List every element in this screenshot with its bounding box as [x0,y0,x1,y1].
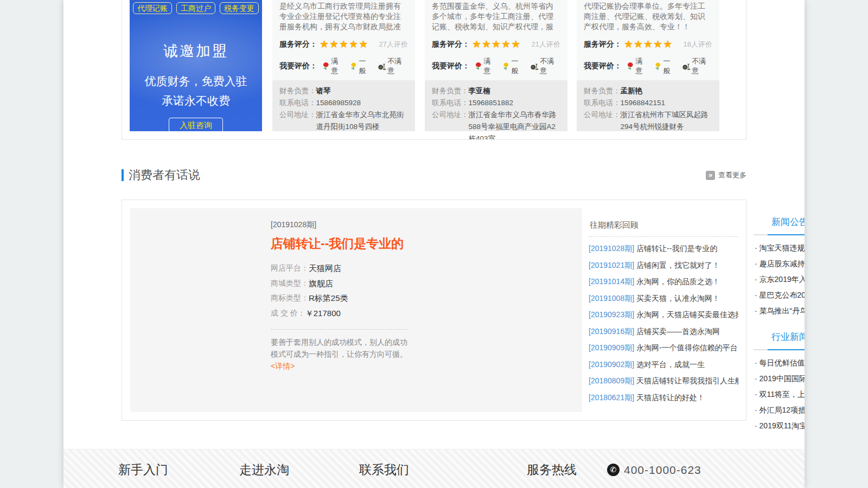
list-item[interactable]: [20180621期]天猫店转让的好处！ [589,389,738,406]
field-label: 网店平台： [271,261,309,276]
snail-icon [530,62,539,70]
promo-tag-transfer: 工商过户 [176,2,215,14]
list-item[interactable]: 淘宝天猫违规被扣分后有哪些影响？ [755,240,805,256]
agency-contact: 财务负责：孟新艳 联系电话：15968842151 公司地址：浙江省杭州市下城区… [577,80,719,131]
list-item[interactable]: [20191014期]永淘网，你的品质之选！ [589,273,738,290]
snail-icon [378,62,386,70]
agency-contact: 财务负责：诸琴 联系电话：15868985928 公司地址：浙江省金华市义乌市北… [272,80,415,131]
list-item[interactable]: 趣店股东减持手中的股份 [755,256,805,272]
agency-card: 是经义乌市工商行政管理局注册拥有专业企业注册登记代理资格的专业注册服务机构，拥有… [272,0,415,131]
tulip-icon [654,62,662,70]
double-chevron-icon: » [706,171,715,180]
review-count: 21人评价 [532,40,560,49]
tulip-icon [502,62,510,70]
score-label: 服务评分： [432,40,470,49]
rose-icon [475,62,482,70]
list-item[interactable]: 京东2019年入职潮开启 [755,272,805,287]
agency-contact: 财务负责：李亚楠 联系电话：15968851882 公司地址：浙江省金华市义乌市… [425,80,567,131]
rate-label: 我要评价： [584,61,622,71]
field-label: 商城类型： [271,276,309,291]
address-value: 浙江省杭州市下城区凤起路294号杭州锐捷财务 [621,109,713,133]
rate-good-button[interactable]: 满意 [322,56,345,76]
list-item[interactable]: 菜鸟推出“丹鸟”品牌 [755,303,805,319]
leader-label: 财务负责： [584,85,621,97]
footer-link-contact[interactable]: 联系我们 [359,461,409,478]
footer-link-about[interactable]: 走进永淘 [239,461,289,478]
review-count: 18人评价 [684,40,712,49]
rate-good-button[interactable]: 满意 [475,56,497,76]
consumer-section-body: [20191028期] 店铺转让--我们是专业的 网店平台：天猫网店 商城类型：… [122,200,746,421]
address-label: 公司地址： [432,109,469,140]
score-label: 服务评分： [279,40,317,49]
join-promo-banner: 代理记账 工商过户 税务变更 诚邀加盟 优质财务，免费入驻 承诺永不收费 入驻咨… [130,0,262,131]
list-item[interactable]: [20190916期]店铺买卖——首选永淘网 [589,323,738,340]
consumer-section-header: 消费者有话说 » 查看更多 [122,167,746,183]
agency-intro: 代理记账协会理事单位。多年专注工商注册、代理记账、税收筹划、知识产权代理，服务高… [584,1,712,32]
footer-link-getting-started[interactable]: 新手入门 [118,461,168,478]
phone-label: 联系电话： [432,97,469,109]
list-item[interactable]: [20191008期]买卖天猫，认准永淘网！ [589,290,738,307]
detail-link[interactable]: <详情> [271,362,295,370]
promo-tag-tax-change: 税务变更 [220,2,259,14]
promo-tag-bookkeeping: 代理记账 [133,2,172,14]
address-value: 浙江省金华市义乌市春华路588号幸福里电商产业园A2栋403室 [469,109,561,140]
past-issues-panel: 往期精彩回顾 [20191028期]店铺转让--我们是专业的 [20191021… [581,208,747,412]
list-item[interactable]: [20191028期]店铺转让--我们是专业的 [589,240,738,257]
promo-subtitle-2: 承诺永不收费 [130,93,262,108]
rate-bad-button[interactable]: 不满意 [682,56,712,76]
rate-good-button[interactable]: 满意 [627,56,649,76]
phone-icon: ✆ [607,464,620,476]
rate-bad-button[interactable]: 不满意 [378,56,408,76]
rate-mid-button[interactable]: 一般 [350,56,373,76]
page-footer: 新手入门 走进永淘 联系我们 服务热线 ✆ 400-1000-623 [63,449,805,488]
leader-label: 财务负责： [279,85,316,97]
rate-mid-button[interactable]: 一般 [502,56,525,76]
footer-hotline-label: 服务热线 [527,461,577,478]
leader-name: 诸琴 [316,85,331,97]
rate-bad-button[interactable]: 不满意 [530,56,560,76]
dashed-divider [271,329,409,330]
list-item[interactable]: [20191021期]店铺闲置，找它就对了！ [589,257,738,274]
field-value: 天猫网店 [309,261,341,276]
featured-article: [20191028期] 店铺转让--我们是专业的 网店平台：天猫网店 商城类型：… [130,208,581,412]
list-item[interactable]: 2019双11淘宝再次把下沉当成了救命稻 [755,418,805,434]
promo-tags: 代理记账 工商过户 税务变更 [130,0,262,14]
see-more-link[interactable]: » 查看更多 [706,170,746,180]
agency-card: 务范围覆盖金华、义乌、杭州等省内多个城市，多年专注工商注册、代理记账、税收筹划、… [425,0,567,131]
promo-title: 诚邀加盟 [130,41,262,61]
list-item[interactable]: 2019中国国际跨境电商发展高峰论坛即 [755,371,805,387]
snail-icon [682,62,691,70]
list-item[interactable]: [20180809期]天猫店铺转让帮我我指引人生航标 [589,373,738,389]
article-title[interactable]: 店铺转让--我们是专业的 [271,235,409,252]
review-count: 27人评价 [379,40,408,49]
address-value: 浙江省金华市义乌市北苑街道丹阳街108号四楼 [316,109,409,133]
leader-label: 财务负责： [432,85,469,97]
join-consult-button[interactable]: 入驻咨询 [169,118,223,132]
tab-industry-news[interactable]: 行业新闻 [768,331,805,350]
field-label: 成 交 价： [271,306,305,321]
list-item[interactable]: [20190923期]永淘网，天猫店铺买卖最佳选择平 [589,306,738,323]
field-value: R标第25类 [309,291,348,306]
promo-subtitle-1: 优质财务，免费入驻 [130,74,262,89]
leader-name: 孟新艳 [621,85,643,97]
rate-label: 我要评价： [432,61,470,71]
agency-intro: 是经义乌市工商行政管理局注册拥有专业企业注册登记代理资格的专业注册服务机构，拥有… [279,1,408,32]
agency-intro: 务范围覆盖金华、义乌、杭州等省内多个城市，多年专注工商注册、代理记账、税收筹划、… [432,1,560,32]
tab-news-announcements[interactable]: 新闻公告 [768,216,805,235]
list-item[interactable]: 双11将至，上海市22家重点电商企业被 [755,387,805,402]
list-item[interactable]: 每日优鲜估值30亿美金，生鲜电商烧钱 [755,355,805,371]
leader-name: 李亚楠 [469,85,491,97]
field-value: 旗舰店 [309,276,333,291]
score-label: 服务评分： [584,40,622,49]
rate-mid-button[interactable]: 一般 [654,56,677,76]
list-item[interactable]: [20190902期]选对平台，成就一生 [589,356,738,373]
rate-label: 我要评价： [279,61,317,71]
list-item[interactable]: 星巴克公布2019年二季度财报 [755,287,805,303]
list-item[interactable]: [20190909期]永淘网-一个值得你信赖的平台 [589,339,738,356]
agency-cards-section: 代理记账 工商过户 税务变更 诚邀加盟 优质财务，免费入驻 承诺永不收费 入驻咨… [122,0,746,140]
tulip-icon [350,62,358,70]
list-item[interactable]: 外汇局12项措施助力贸易投资便利化 [755,402,805,418]
field-value: ￥217800 [305,306,341,321]
agency-card: 代理记账协会理事单位。多年专注工商注册、代理记账、税收筹划、知识产权代理，服务高… [577,0,719,131]
news-sidebar: 更多>> 新闻公告 淘宝天猫违规被扣分后有哪些影响？ 趣店股东减持手中的股份 京… [747,208,805,412]
